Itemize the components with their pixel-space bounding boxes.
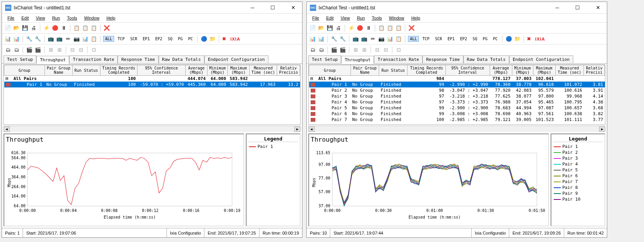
tool-icon-2[interactable]: 🔧 <box>339 36 346 43</box>
filter-icon[interactable]: 📊 <box>4 36 11 43</box>
menu-tools[interactable]: Tools <box>369 15 385 21</box>
toolbar-icon-0[interactable]: 📄 <box>4 25 11 32</box>
scroll-left-button[interactable]: ◄ <box>308 126 315 132</box>
column-header[interactable]: 95% ConfidenceInterval <box>137 65 185 76</box>
column-header[interactable]: Average(Mbps) <box>186 65 208 76</box>
tab-test-setup[interactable]: Test Setup <box>308 55 341 63</box>
tab-endpoint-configuration[interactable]: Endpoint Configuration <box>509 55 573 63</box>
tool-icon-10[interactable]: 📁 <box>209 36 216 43</box>
column-header[interactable]: Group <box>309 65 351 76</box>
filter-tcp[interactable]: TCP <box>420 36 431 42</box>
column-header[interactable]: Run Status <box>72 65 100 76</box>
toolbar-icon-9[interactable]: 📋 <box>90 25 97 32</box>
layout-icon-5[interactable]: ⊡ <box>90 46 97 53</box>
layout-icon-4[interactable]: ⊟ <box>77 46 84 53</box>
filter-scr[interactable]: SCR <box>128 36 139 42</box>
scroll-right-button[interactable]: ► <box>599 126 605 132</box>
tab-raw-data-totals[interactable]: Raw Data Totals <box>159 55 204 63</box>
view-icon-4[interactable]: 🎬 <box>34 46 41 53</box>
toolbar-icon-8[interactable]: 📋 <box>82 25 89 32</box>
toolbar-icon-10[interactable]: ❌ <box>408 25 415 32</box>
filter-sq[interactable]: SQ <box>166 36 174 42</box>
toolbar-icon-9[interactable]: 📋 <box>395 25 402 32</box>
group-row[interactable]: ⊟ All Pairs 100 444.07464.000583.942 <box>4 76 300 82</box>
tab-response-time[interactable]: Response Time <box>118 55 158 63</box>
scroll-left-button[interactable]: ◄ <box>4 126 10 132</box>
menu-edit[interactable]: Edit <box>18 15 32 21</box>
tool-icon-8[interactable]: 📋 <box>90 36 97 43</box>
layout-icon-3[interactable]: ⊟ <box>374 46 381 53</box>
toolbar-icon-5[interactable]: 🔴 <box>356 25 363 32</box>
filter-all[interactable]: ALL <box>408 36 419 42</box>
toolbar-icon-6[interactable]: ⏸ <box>60 25 67 32</box>
toolbar-icon-4[interactable]: ⚡ <box>43 25 50 32</box>
group-row[interactable]: ⊟ All Pairs 984 778.12737.003102.041 <box>309 76 605 82</box>
filter-ep2[interactable]: EP2 <box>458 36 469 42</box>
filter-tcp[interactable]: TCP <box>116 36 127 42</box>
column-header[interactable]: Group <box>4 65 45 76</box>
layout-icon-3[interactable]: ⊟ <box>69 46 76 53</box>
filter-icon-2[interactable]: 📊 <box>318 36 325 43</box>
horizontal-scrollbar[interactable]: ◄ ► <box>308 126 605 132</box>
menu-run[interactable]: Run <box>49 15 63 21</box>
menu-run[interactable]: Run <box>354 15 368 21</box>
column-header[interactable]: Minimum(Mbps) <box>207 65 227 76</box>
menu-view[interactable]: View <box>338 15 353 21</box>
horizontal-scrollbar[interactable]: ◄ ► <box>4 126 301 132</box>
minimize-button[interactable]: ─ <box>247 4 258 12</box>
column-header[interactable]: Average(Mbps) <box>490 65 512 76</box>
layout-icon-4[interactable]: ⊟ <box>382 46 389 53</box>
filter-sq[interactable]: SQ <box>470 36 479 42</box>
close-button[interactable]: ✕ <box>287 4 299 12</box>
menu-tools[interactable]: Tools <box>64 15 80 21</box>
tool-icon[interactable]: 🔧 <box>331 36 338 43</box>
table-row[interactable]: Pair 3 No GroupFinished 97-3.218 : +3.21… <box>309 93 605 99</box>
column-header[interactable]: RelativPrecisi <box>584 65 605 76</box>
toolbar-icon-7[interactable]: 📋 <box>73 25 80 32</box>
toolbar-icon-3[interactable]: 🖨 <box>30 25 37 32</box>
filter-ep1[interactable]: EP1 <box>141 36 152 42</box>
table-row[interactable]: Pair 2 No GroupFinished 98-3.047 : +3.04… <box>309 87 605 93</box>
view-icon-3[interactable]: 🎬 <box>26 46 33 53</box>
tab-transaction-rate[interactable]: Transaction Rate <box>69 55 118 63</box>
tool-icon-4[interactable]: 📺 <box>56 36 63 43</box>
tab-response-time[interactable]: Response Time <box>422 55 463 63</box>
menu-view[interactable]: View <box>33 15 48 21</box>
column-header[interactable]: Pair GroupName <box>45 65 73 76</box>
menu-file[interactable]: File <box>4 15 18 21</box>
toolbar-icon-4[interactable]: ⚡ <box>348 25 355 32</box>
view-icon-4[interactable]: 🎬 <box>339 46 346 53</box>
filter-pg[interactable]: PG <box>481 36 489 42</box>
view-icon-1[interactable]: 🗂 <box>309 46 316 53</box>
chart[interactable]: Throughput 64.00164.00264.00364.00464.00… <box>4 133 244 226</box>
toolbar-icon-10[interactable]: ❌ <box>103 25 110 32</box>
toolbar-icon-1[interactable]: 📂 <box>13 25 20 32</box>
layout-icon-2[interactable]: ⊞ <box>56 46 63 53</box>
filter-scr[interactable]: SCR <box>433 36 444 42</box>
filter-ep2[interactable]: EP2 <box>153 36 164 42</box>
tool-icon-4[interactable]: 📺 <box>361 36 368 43</box>
maximize-button[interactable]: ☐ <box>267 4 279 12</box>
column-header[interactable]: MeasuredTime (sec) <box>249 65 277 76</box>
column-header[interactable]: Maximum(Mbps) <box>533 65 555 76</box>
view-icon-2[interactable]: 🗂 <box>13 46 20 53</box>
column-header[interactable]: RelativPrecisio <box>277 65 300 76</box>
maximize-button[interactable]: ☐ <box>572 4 583 12</box>
filter-pc[interactable]: PC <box>491 36 499 42</box>
toolbar-icon-2[interactable]: 💾 <box>21 25 29 32</box>
tool-icon-6[interactable]: 📷 <box>378 36 385 43</box>
tab-throughput[interactable]: Throughput <box>36 56 69 64</box>
toolbar-icon-2[interactable]: 💾 <box>326 25 333 32</box>
view-icon-1[interactable]: 🗂 <box>4 46 11 53</box>
scroll-right-button[interactable]: ► <box>294 126 301 132</box>
tool-icon-7[interactable]: 📊 <box>82 36 89 43</box>
menu-help[interactable]: Help <box>408 15 423 21</box>
table-row[interactable]: Pair 1 No GroupFinished 100-59.070 : +59… <box>4 82 300 87</box>
menu-help[interactable]: Help <box>103 15 118 21</box>
table-row[interactable]: Pair 6 No GroupFinished 99-3.008 : +3.00… <box>309 111 605 117</box>
tab-throughput[interactable]: Throughput <box>341 56 374 64</box>
column-header[interactable]: Minimum(Mbps) <box>512 65 533 76</box>
toolbar-icon-7[interactable]: 📋 <box>378 25 385 32</box>
table-row[interactable]: Pair 7 No GroupFinished 100-2.985 : +2.9… <box>309 117 605 123</box>
toolbar-icon-6[interactable]: ⏸ <box>365 25 372 32</box>
